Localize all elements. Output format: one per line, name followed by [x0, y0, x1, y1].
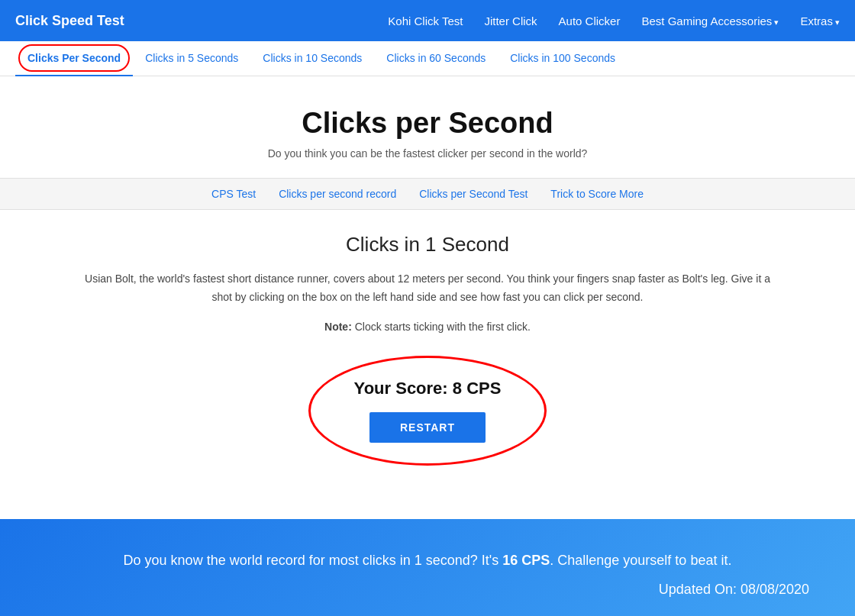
nav-best-gaming[interactable]: Best Gaming Accessories [641, 15, 779, 27]
section-title: Clicks in 1 Second [31, 233, 824, 256]
hero-section: Clicks per Second Do you think you can b… [0, 76, 855, 167]
score-display: Your Score: 8 CPS [354, 379, 502, 398]
subnav-clicks-60s[interactable]: Clicks in 60 Seconds [374, 41, 498, 76]
top-navbar: Click Speed Test Kohi Click Test Jitter … [0, 0, 855, 41]
sub-links-bar: CPS Test Clicks per second record Clicks… [0, 178, 855, 210]
banner-text-after: . Challenge yourself to beat it. [550, 553, 731, 568]
sublink-trick[interactable]: Trick to Score More [550, 188, 644, 200]
top-nav-links: Kohi Click Test Jitter Click Auto Clicke… [388, 15, 840, 27]
nav-kohi-click-test[interactable]: Kohi Click Test [388, 15, 463, 27]
subnav-clicks-per-second[interactable]: Clicks Per Second [15, 41, 133, 76]
nav-jitter-click[interactable]: Jitter Click [484, 15, 537, 27]
page-title: Clicks per Second [15, 107, 840, 140]
note-label: Note: [324, 321, 352, 333]
nav-auto-clicker[interactable]: Auto Clicker [559, 15, 621, 27]
hero-subtitle: Do you think you can be the fastest clic… [15, 147, 840, 160]
nav-extras[interactable]: Extras [800, 15, 840, 27]
sub-navbar: Clicks Per Second Clicks in 5 Seconds Cl… [0, 41, 855, 76]
note-text: Note: Clock starts ticking with the firs… [31, 321, 824, 333]
sublink-clicks-record[interactable]: Clicks per second record [279, 188, 396, 200]
note-content: Clock starts ticking with the first clic… [355, 321, 531, 333]
banner-text: Do you know the world record for most cl… [46, 550, 809, 572]
world-record-banner: Do you know the world record for most cl… [0, 519, 855, 616]
banner-text-before: Do you know the world record for most cl… [124, 553, 503, 568]
subnav-clicks-5s[interactable]: Clicks in 5 Seconds [133, 41, 250, 76]
sublink-cps-test[interactable]: CPS Test [211, 188, 256, 200]
updated-on: Updated On: 08/08/2020 [46, 579, 809, 601]
restart-button[interactable]: RESTART [369, 412, 486, 443]
subnav-clicks-100s[interactable]: Clicks in 100 Seconds [498, 41, 628, 76]
subnav-clicks-10s[interactable]: Clicks in 10 Seconds [250, 41, 374, 76]
sublink-clicks-test[interactable]: Clicks per Second Test [419, 188, 528, 200]
banner-record: 16 CPS [502, 553, 550, 568]
brand-logo[interactable]: Click Speed Test [15, 13, 124, 29]
section-description: Usian Bolt, the world's fastest short di… [84, 270, 771, 307]
score-section: Your Score: 8 CPS RESTART [308, 356, 547, 466]
main-content: Clicks in 1 Second Usian Bolt, the world… [0, 210, 855, 489]
